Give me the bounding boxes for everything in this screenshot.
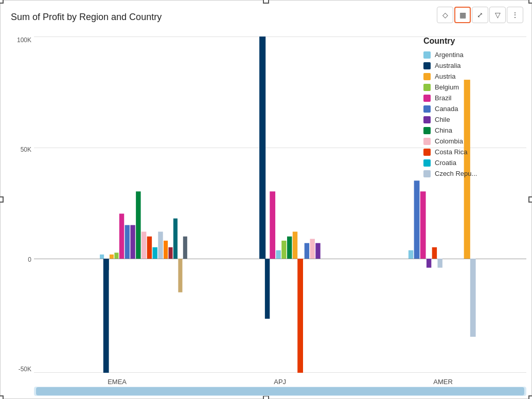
- legend: Country Argentina Australia Austria Belg…: [423, 37, 526, 180]
- legend-swatch-4: [423, 95, 431, 102]
- bar-apj-brazil: [270, 191, 275, 259]
- scrollbar-thumb[interactable]: [36, 387, 524, 395]
- legend-swatch-9: [423, 149, 431, 156]
- handle-bottom-right[interactable]: [528, 395, 532, 399]
- bar-emea-belgium: [114, 252, 118, 259]
- bar-apj-bel: [281, 241, 286, 259]
- legend-label-0: Argentina: [435, 51, 464, 59]
- x-axis-labels: EMEA APJ AMER: [34, 378, 526, 386]
- diamond-icon[interactable]: ◇: [437, 7, 453, 23]
- bar-amer-canada: [414, 180, 420, 259]
- legend-item-brazil[interactable]: Brazil: [423, 94, 526, 102]
- expand-icon[interactable]: ⤢: [472, 7, 488, 23]
- legend-label-9: Costa Rica: [435, 148, 468, 156]
- y-label-100k: 100K: [17, 37, 31, 44]
- bar-emea-finland: [173, 219, 178, 259]
- legend-swatch-1: [423, 62, 431, 69]
- chart-container: Sum of Profit by Region and Country 100K…: [0, 0, 532, 399]
- legend-item-costarica[interactable]: Costa Rica: [423, 148, 526, 156]
- scrollbar-track[interactable]: [34, 387, 526, 396]
- legend-label-7: China: [435, 126, 452, 134]
- bar-apj-chi: [315, 243, 320, 259]
- legend-item-croatia[interactable]: Croatia: [423, 159, 526, 167]
- legend-item-belgium[interactable]: Belgium: [423, 83, 526, 91]
- bar-emea-chile: [130, 225, 135, 259]
- legend-item-canada[interactable]: Canada: [423, 105, 526, 113]
- handle-left-mid[interactable]: [0, 196, 4, 203]
- legend-item-argentina[interactable]: Argentina: [423, 51, 526, 59]
- bar-apj-australia: [259, 37, 265, 259]
- legend-label-3: Belgium: [435, 83, 459, 91]
- bar-amer-costarica: [432, 247, 437, 259]
- legend-swatch-7: [423, 127, 431, 134]
- legend-item-china[interactable]: China: [423, 126, 526, 134]
- bar-emea-france: [178, 259, 182, 292]
- legend-swatch-6: [423, 116, 431, 123]
- bar-apj-costarica: [297, 259, 303, 373]
- bar-emea-aus-negative: [103, 259, 109, 373]
- bar-apj-china: [287, 237, 292, 259]
- bar-apj-australia-neg: [265, 259, 270, 319]
- legend-swatch-0: [423, 51, 431, 59]
- handle-right-mid[interactable]: [528, 196, 532, 203]
- bar-apj-can: [305, 243, 309, 259]
- bar-emea-denmark: [164, 241, 168, 259]
- legend-label-6: Chile: [435, 116, 450, 123]
- legend-swatch-8: [423, 138, 431, 145]
- chart-title: Sum of Profit by Region and Country: [11, 12, 162, 23]
- bar-amer-brazil: [420, 191, 426, 259]
- bar-emea-croatia: [152, 247, 157, 259]
- filter-icon[interactable]: ▽: [489, 7, 506, 23]
- bar-emea-argentina: [100, 255, 104, 259]
- legend-label-11: Czech Repu...: [435, 170, 477, 177]
- bar-emea-egypt: [168, 247, 172, 259]
- legend-title: Country: [423, 37, 526, 46]
- y-axis: 100K 50K 0 -50K: [6, 37, 34, 373]
- legend-swatch-2: [423, 73, 431, 80]
- legend-swatch-10: [423, 159, 431, 167]
- bar-emea-austria: [110, 255, 114, 259]
- x-label-emea: EMEA: [108, 378, 127, 386]
- y-label-0: 0: [28, 256, 31, 263]
- handle-bottom-mid[interactable]: [263, 395, 269, 399]
- bar-apj-arg: [276, 250, 280, 259]
- handle-top-mid[interactable]: [263, 0, 269, 4]
- x-label-amer: AMER: [433, 378, 453, 386]
- legend-swatch-3: [423, 84, 431, 91]
- handle-bottom-left[interactable]: [0, 395, 4, 399]
- bar-amer-argentina: [409, 250, 413, 259]
- legend-label-4: Brazil: [435, 94, 452, 102]
- bar-emea-brazil: [119, 214, 124, 259]
- x-label-apj: APJ: [274, 378, 286, 386]
- bar-chart-icon[interactable]: ▦: [454, 7, 471, 23]
- legend-label-5: Canada: [435, 105, 458, 113]
- legend-item-austria[interactable]: Austria: [423, 72, 526, 80]
- bar-amer-czech-neg: [470, 259, 476, 337]
- bar-emea-czech: [158, 232, 163, 259]
- y-label-neg50k: -50K: [19, 366, 31, 373]
- toolbar-buttons: ◇▦⤢▽⋮: [437, 7, 523, 23]
- legend-swatch-5: [423, 105, 431, 113]
- bar-amer-czech: [437, 259, 442, 268]
- y-label-50k: 50K: [21, 146, 31, 153]
- bar-emea-costarica: [147, 237, 152, 259]
- legend-item-colombia[interactable]: Colombia: [423, 137, 526, 145]
- legend-label-2: Austria: [435, 72, 455, 80]
- handle-top-left[interactable]: [0, 0, 4, 4]
- legend-label-10: Croatia: [435, 159, 456, 167]
- legend-label-1: Australia: [435, 62, 461, 69]
- legend-swatch-11: [423, 170, 431, 177]
- legend-item-czechrepu[interactable]: Czech Repu...: [423, 170, 526, 177]
- bar-emea-germany: [183, 237, 187, 259]
- bar-emea-canada: [125, 225, 130, 259]
- bar-emea-china: [136, 191, 140, 259]
- bar-apj-col: [310, 239, 314, 259]
- bar-apj-aus2: [293, 232, 297, 259]
- legend-item-chile[interactable]: Chile: [423, 116, 526, 123]
- bar-amer-chile: [427, 259, 431, 268]
- legend-label-8: Colombia: [435, 137, 463, 145]
- handle-top-right[interactable]: [528, 0, 532, 4]
- more-icon[interactable]: ⋮: [507, 7, 523, 23]
- bar-emea-colombia: [141, 232, 146, 259]
- legend-item-australia[interactable]: Australia: [423, 62, 526, 69]
